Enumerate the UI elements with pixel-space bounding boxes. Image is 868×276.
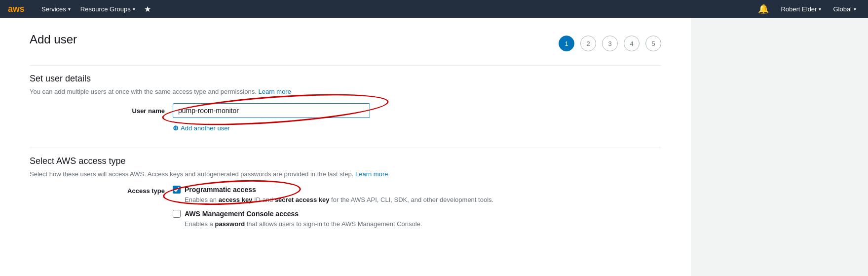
user-name-label: Robert Elder: [781, 5, 817, 13]
add-another-user-row: ⊕ Add another user: [173, 124, 661, 132]
navbar: aws Services ▾ Resource Groups ▾ ★ 🔔 Rob…: [0, 0, 868, 18]
console-access-checkbox[interactable]: [173, 210, 181, 218]
region-selector[interactable]: Global ▾: [829, 0, 860, 18]
resource-groups-chevron-icon: ▾: [133, 6, 135, 12]
services-label: Services: [41, 5, 66, 13]
programmatic-access-option: Programmatic access Enables an access ke…: [173, 186, 553, 205]
section-divider-2: [30, 148, 661, 148]
step-2[interactable]: 2: [580, 36, 596, 51]
add-another-label: Add another user: [181, 124, 230, 132]
aws-logo[interactable]: aws: [8, 3, 27, 15]
access-type-learn-more-link[interactable]: Learn more: [355, 170, 388, 178]
programmatic-access-desc: Enables an access key ID and secret acce…: [185, 195, 553, 205]
username-input[interactable]: [173, 103, 370, 118]
programmatic-access-checkbox[interactable]: [173, 186, 181, 194]
bookmarks-icon[interactable]: ★: [140, 4, 155, 14]
programmatic-access-title[interactable]: Programmatic access: [185, 186, 256, 194]
section-divider-1: [30, 65, 661, 66]
region-label: Global: [833, 5, 852, 13]
programmatic-access-header[interactable]: Programmatic access: [173, 186, 256, 194]
plus-icon: ⊕: [173, 124, 179, 132]
step-5[interactable]: 5: [645, 36, 661, 51]
services-chevron-icon: ▾: [68, 6, 71, 12]
username-input-container: [173, 103, 370, 118]
step-1[interactable]: 1: [559, 36, 574, 51]
set-user-details-section: Set user details You can add multiple us…: [30, 65, 661, 132]
set-user-details-desc: You can add multiple users at once with …: [30, 88, 661, 95]
resource-groups-nav[interactable]: Resource Groups ▾: [75, 0, 140, 18]
region-chevron-icon: ▾: [854, 6, 856, 12]
page-title: Add user: [30, 33, 77, 46]
username-label: User name: [109, 107, 173, 115]
access-type-title: Select AWS access type: [30, 156, 661, 166]
step-3[interactable]: 3: [602, 36, 618, 51]
access-options: Programmatic access Enables an access ke…: [173, 186, 553, 234]
step-4[interactable]: 4: [624, 36, 640, 51]
console-access-desc: Enables a password that allows users to …: [185, 219, 553, 229]
services-nav[interactable]: Services ▾: [37, 0, 75, 18]
access-type-label: Access type: [109, 186, 173, 195]
user-menu[interactable]: Robert Elder ▾: [777, 0, 825, 18]
resource-groups-label: Resource Groups: [80, 5, 131, 13]
console-access-option: AWS Management Console access Enables a …: [173, 210, 553, 229]
programmatic-wrapper: Programmatic access: [173, 186, 256, 195]
add-another-user-button[interactable]: ⊕ Add another user: [173, 124, 230, 132]
access-type-desc: Select how these users will access AWS. …: [30, 170, 661, 178]
page-header: Add user 1 2 3 4 5: [30, 33, 661, 51]
username-input-wrapper: [173, 103, 454, 118]
console-access-header[interactable]: AWS Management Console access: [173, 210, 553, 218]
console-access-title[interactable]: AWS Management Console access: [185, 210, 299, 218]
set-user-details-title: Set user details: [30, 74, 661, 84]
username-form-row: User name: [109, 103, 454, 118]
main-content: Add user 1 2 3 4 5 Set user details You …: [0, 18, 691, 276]
notifications-icon[interactable]: 🔔: [754, 3, 773, 14]
svg-text:aws: aws: [8, 4, 25, 14]
user-chevron-icon: ▾: [819, 6, 821, 12]
step-indicators: 1 2 3 4 5: [559, 36, 661, 51]
select-access-type-section: Select AWS access type Select how these …: [30, 148, 661, 234]
access-type-options-row: Access type Programmatic access Enables …: [109, 186, 553, 234]
nav-right: 🔔 Robert Elder ▾ Global ▾: [754, 0, 860, 18]
set-user-learn-more-link[interactable]: Learn more: [258, 88, 291, 95]
